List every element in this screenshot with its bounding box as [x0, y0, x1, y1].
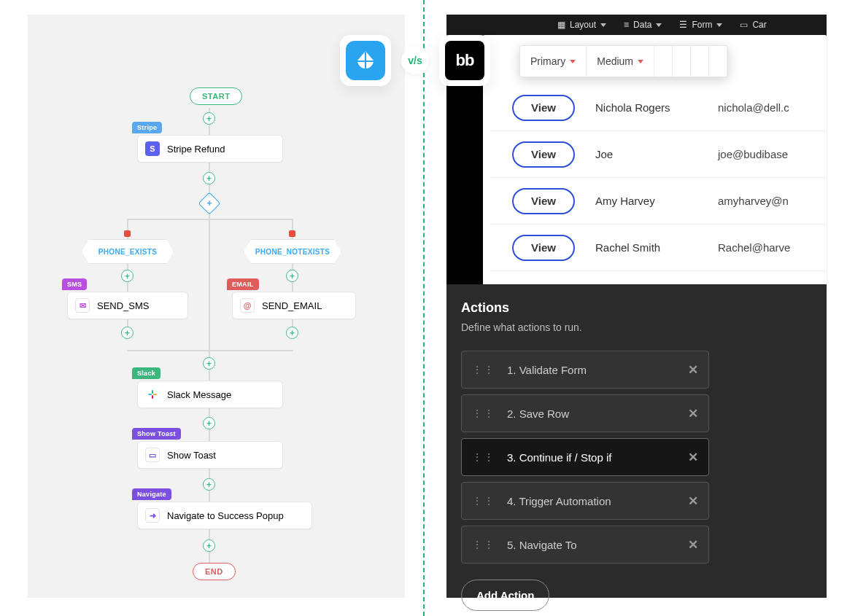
remove-action-icon[interactable]: ✕	[688, 537, 698, 553]
chevron-down-icon	[600, 23, 606, 27]
branch-phone-notexists[interactable]: PHONE_NOTEXISTS	[244, 239, 341, 264]
component-toolbar: Primary Medium	[519, 45, 728, 77]
menu-form[interactable]: ☰Form	[670, 20, 731, 30]
primary-dropdown[interactable]: Primary	[520, 46, 587, 77]
add-step-button[interactable]: +	[286, 270, 298, 282]
chevron-down-icon	[638, 60, 643, 63]
branch-phone-exists[interactable]: PHONE_EXISTS	[82, 239, 174, 264]
remove-action-icon[interactable]: ✕	[688, 362, 698, 378]
remove-action-icon[interactable]: ✕	[688, 406, 698, 421]
action-label: 5. Navigate To	[507, 539, 577, 551]
table-row: View Rachel Smith Rachel@harve	[490, 225, 827, 271]
add-step-button[interactable]: +	[121, 327, 134, 339]
node-stripe-refund[interactable]: Stripe S Stripe Refund	[137, 135, 283, 163]
add-step-button[interactable]: +	[203, 539, 215, 552]
action-label: 4. Trigger Automation	[507, 495, 611, 507]
action-label: 2. Save Row	[507, 408, 569, 420]
drag-handle-icon[interactable]: ⋮⋮	[472, 364, 495, 375]
chevron-down-icon	[656, 23, 662, 27]
data-table: View Nichola Rogers nichola@dell.c View …	[490, 85, 827, 318]
cell-email: nichola@dell.c	[697, 101, 820, 114]
add-step-button[interactable]: +	[203, 417, 215, 429]
action-label: 1. Validate Form	[507, 364, 587, 376]
branch-node[interactable]: +	[198, 192, 220, 214]
view-button[interactable]: View	[512, 141, 575, 168]
right-product-logo: bb	[439, 35, 490, 86]
node-navigate[interactable]: Navigate ➜ Navigate to Success Popup	[137, 502, 312, 529]
left-comparison-panel: START + Stripe S Stripe Refund + + PHONE…	[28, 15, 405, 598]
node-tag: Navigate	[132, 488, 171, 500]
node-tag: Show Toast	[132, 428, 181, 440]
settings-icon[interactable]	[673, 46, 691, 77]
slack-icon	[145, 387, 160, 402]
actions-subtitle: Define what actions to run.	[461, 321, 812, 333]
end-node[interactable]: END	[193, 563, 236, 580]
drag-handle-icon[interactable]: ⋮⋮	[472, 495, 495, 507]
right-comparison-panel: ▦Layout ≡Data ☰Form ▭Car Primary Medium …	[446, 15, 827, 598]
delete-icon[interactable]	[709, 46, 727, 77]
flow-connector	[127, 350, 293, 351]
node-tag: Slack	[132, 367, 160, 379]
svg-rect-3	[152, 395, 153, 399]
node-label: Show Toast	[167, 450, 216, 461]
svg-rect-0	[148, 394, 152, 395]
remove-action-icon[interactable]: ✕	[688, 450, 698, 465]
visibility-toggle-icon[interactable]	[654, 46, 673, 77]
node-label: SEND_SMS	[97, 300, 150, 311]
sms-icon: ✉	[75, 298, 90, 313]
cell-name: Amy Harvey	[575, 195, 697, 207]
builder-top-menu: ▦Layout ≡Data ☰Form ▭Car	[446, 15, 827, 35]
cell-email: joe@budibase	[697, 148, 820, 160]
flow-canvas[interactable]: START + Stripe S Stripe Refund + + PHONE…	[28, 15, 405, 598]
add-step-button[interactable]: +	[121, 270, 134, 282]
dronahq-icon	[346, 41, 385, 80]
menu-card[interactable]: ▭Car	[731, 20, 775, 30]
actions-title: Actions	[461, 300, 812, 316]
node-send-sms[interactable]: SMS ✉ SEND_SMS	[67, 292, 188, 319]
drag-handle-icon[interactable]: ⋮⋮	[472, 451, 495, 463]
delete-branch-icon[interactable]	[124, 230, 131, 237]
action-item[interactable]: ⋮⋮ 2. Save Row ✕	[461, 394, 709, 432]
node-show-toast[interactable]: Show Toast ▭ Show Toast	[137, 441, 283, 469]
menu-layout[interactable]: ▦Layout	[549, 20, 615, 30]
budibase-icon: bb	[445, 41, 484, 80]
cell-email: Rachel@harve	[697, 241, 820, 254]
view-button[interactable]: View	[512, 188, 575, 214]
delete-branch-icon[interactable]	[289, 230, 295, 237]
comparison-divider	[423, 0, 425, 616]
table-row: View Amy Harvey amyharvey@n	[490, 178, 827, 225]
remove-action-icon[interactable]: ✕	[688, 494, 698, 509]
add-step-button[interactable]: +	[203, 478, 215, 491]
add-step-button[interactable]: +	[203, 172, 215, 184]
stripe-icon: S	[145, 141, 160, 156]
drag-handle-icon[interactable]: ⋮⋮	[472, 408, 495, 419]
size-dropdown[interactable]: Medium	[587, 46, 654, 77]
action-item-selected[interactable]: ⋮⋮ 3. Continue if / Stop if ✕	[461, 438, 709, 476]
chevron-down-icon	[570, 60, 576, 63]
cell-email: amyharvey@n	[697, 195, 820, 207]
view-button[interactable]: View	[512, 95, 575, 121]
start-node[interactable]: START	[190, 87, 242, 105]
drag-handle-icon[interactable]: ⋮⋮	[472, 539, 495, 550]
action-item[interactable]: ⋮⋮ 4. Trigger Automation ✕	[461, 482, 709, 520]
duplicate-icon[interactable]	[691, 46, 709, 77]
node-slack-message[interactable]: Slack Slack Message	[137, 381, 283, 408]
add-step-button[interactable]: +	[286, 327, 298, 339]
node-tag: Stripe	[132, 122, 162, 133]
menu-data[interactable]: ≡Data	[615, 20, 670, 30]
add-step-button[interactable]: +	[203, 112, 215, 125]
left-product-logo	[340, 35, 391, 86]
chevron-down-icon	[716, 23, 722, 27]
action-item[interactable]: ⋮⋮ 1. Validate Form ✕	[461, 351, 709, 389]
add-action-button[interactable]: Add Action	[461, 580, 549, 611]
action-label: 3. Continue if / Stop if	[507, 451, 611, 464]
view-button[interactable]: View	[512, 235, 575, 261]
action-item[interactable]: ⋮⋮ 5. Navigate To ✕	[461, 526, 709, 564]
navigate-icon: ➜	[145, 508, 160, 523]
node-send-email[interactable]: EMAIL @ SEND_EMAIL	[232, 292, 356, 319]
actions-panel: Actions Define what actions to run. ⋮⋮ 1…	[446, 284, 827, 598]
node-tag: EMAIL	[227, 278, 259, 290]
node-label: SEND_EMAIL	[262, 300, 322, 311]
add-step-button[interactable]: +	[203, 357, 215, 370]
table-row: View Nichola Rogers nichola@dell.c	[490, 85, 827, 131]
